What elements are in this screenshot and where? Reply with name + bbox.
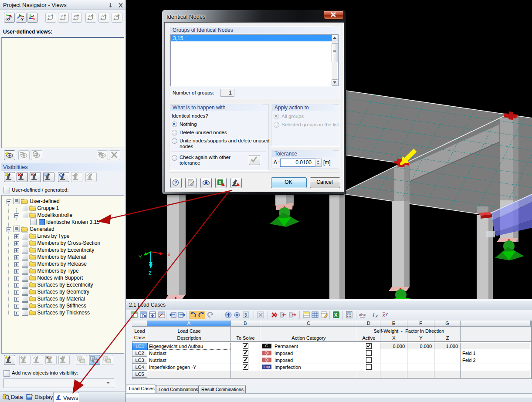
svg-text:V: V xyxy=(61,14,63,18)
svg-text:-Y: -Y xyxy=(20,17,24,21)
svg-text:-W: -W xyxy=(114,14,119,18)
svg-text:3: 3 xyxy=(244,313,247,318)
svg-text:x: x xyxy=(168,252,170,257)
svg-text:?: ? xyxy=(174,180,177,185)
svg-text:-Z: -Z xyxy=(31,14,34,18)
svg-text:x: x xyxy=(375,314,378,318)
svg-text:W: W xyxy=(74,14,77,18)
svg-text:X: X xyxy=(219,180,222,185)
svg-text:Y: Y xyxy=(139,254,142,260)
svg-text:ab=: ab= xyxy=(359,313,366,317)
svg-text:X: X xyxy=(334,312,338,318)
svg-text:-U: -U xyxy=(88,14,92,18)
svg-text:Z: Z xyxy=(149,270,152,276)
svg-text:x: x xyxy=(382,312,385,318)
svg-text:-V: -V xyxy=(101,14,105,18)
svg-text:y: y xyxy=(385,312,388,316)
svg-text:f: f xyxy=(373,312,375,318)
svg-text:-X: -X xyxy=(5,17,9,21)
svg-text:12: 12 xyxy=(44,173,47,176)
svg-text:U: U xyxy=(48,14,51,18)
